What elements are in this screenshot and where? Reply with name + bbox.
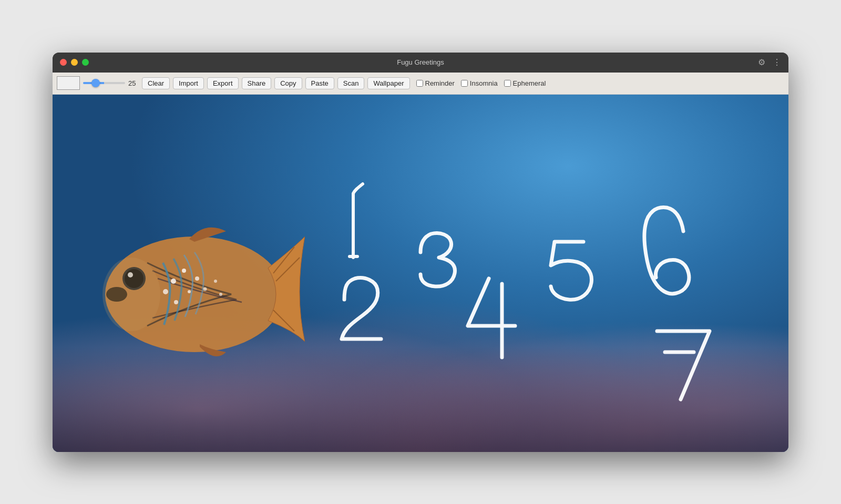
ephemeral-checkbox[interactable] (504, 80, 511, 87)
svg-point-2 (182, 269, 186, 273)
toolbar: 25 Clear Import Export Share Copy Paste … (53, 73, 788, 95)
svg-point-9 (219, 293, 222, 296)
share-button[interactable]: Share (242, 77, 272, 89)
app-window: Fugu Greetings ⚙ ⋮ 25 Clear Import Expor… (53, 53, 788, 452)
options-group: Reminder Insomnia Ephemeral (416, 79, 546, 87)
menu-icon[interactable]: ⋮ (773, 57, 781, 67)
svg-point-1 (171, 279, 176, 284)
reminder-checkbox[interactable] (416, 80, 423, 87)
svg-point-8 (214, 280, 217, 283)
reminder-label[interactable]: Reminder (416, 79, 455, 87)
extensions-icon[interactable]: ⚙ (758, 57, 765, 67)
insomnia-label[interactable]: Insomnia (461, 79, 498, 87)
window-title: Fugu Greetings (397, 58, 444, 66)
svg-point-14 (102, 258, 160, 331)
minimize-button[interactable] (71, 59, 78, 66)
insomnia-text: Insomnia (470, 79, 498, 87)
wallpaper-button[interactable]: Wallpaper (367, 77, 409, 89)
brush-size-container: 25 (83, 79, 139, 87)
drawing-canvas[interactable] (53, 95, 788, 452)
copy-button[interactable]: Copy (274, 77, 302, 89)
export-button[interactable]: Export (207, 77, 239, 89)
titlebar-actions: ⚙ ⋮ (758, 57, 781, 67)
close-button[interactable] (60, 59, 67, 66)
ephemeral-label[interactable]: Ephemeral (504, 79, 546, 87)
titlebar: Fugu Greetings ⚙ ⋮ (53, 53, 788, 73)
svg-point-4 (174, 300, 178, 304)
paste-button[interactable]: Paste (305, 77, 334, 89)
color-swatch[interactable] (57, 76, 80, 90)
fish (84, 189, 305, 389)
scan-button[interactable]: Scan (337, 77, 365, 89)
svg-point-3 (163, 289, 168, 294)
clear-button[interactable]: Clear (142, 77, 170, 89)
maximize-button[interactable] (82, 59, 89, 66)
svg-point-6 (195, 276, 199, 281)
brush-size-value: 25 (128, 79, 139, 87)
reminder-text: Reminder (425, 79, 455, 87)
traffic-lights (60, 59, 89, 66)
svg-point-5 (188, 290, 191, 293)
ephemeral-text: Ephemeral (513, 79, 546, 87)
svg-point-7 (203, 287, 207, 291)
insomnia-checkbox[interactable] (461, 80, 468, 87)
brush-size-slider[interactable] (83, 82, 125, 84)
import-button[interactable]: Import (173, 77, 204, 89)
